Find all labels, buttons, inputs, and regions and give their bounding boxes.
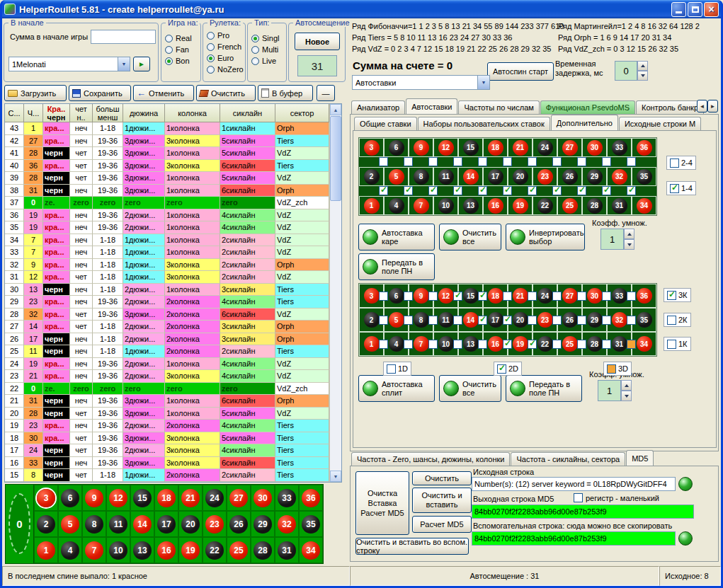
transfer-split-button[interactable]: Передать в поле ПН xyxy=(506,375,582,402)
layout-number-11[interactable]: 11 xyxy=(106,511,130,537)
tab-частота-сиклайны-сектора[interactable]: Частота - сиклайны, сектора xyxy=(511,452,625,466)
tab-общие-ставки[interactable]: Общие ставки xyxy=(354,117,417,130)
layout-number-14[interactable]: 14 xyxy=(130,511,154,537)
layout-number-17[interactable]: 17 xyxy=(154,511,178,537)
tab-наборы-пользовательских-ставок[interactable]: Наборы пользовательских ставок xyxy=(418,117,550,130)
split-checkbox[interactable] xyxy=(428,340,438,349)
layout-number-18[interactable]: 18 xyxy=(154,485,178,511)
checkbox-1к[interactable]: 1К xyxy=(664,337,691,351)
corner-checkbox[interactable] xyxy=(404,186,413,195)
tab-контроль-банкр[interactable]: Контроль банкр xyxy=(636,100,704,114)
clear-all-corner-button[interactable]: Очистить все xyxy=(439,224,501,250)
minimize-button[interactable] xyxy=(671,2,686,17)
column-header[interactable]: дюжина xyxy=(123,104,165,122)
split-checkbox[interactable] xyxy=(503,340,512,349)
layout-number-28[interactable]: 28 xyxy=(251,537,275,563)
radio-euro[interactable]: Euro xyxy=(207,53,245,63)
split-checkbox[interactable] xyxy=(379,340,388,349)
layout-number-6[interactable]: 6 xyxy=(58,485,82,511)
corner-checkbox[interactable] xyxy=(453,157,462,166)
bet-number-1[interactable]: 1 xyxy=(364,336,380,352)
tab-частота-zero-шансы-дюжины-колонки[interactable]: Частота - Zero, шансы, дюжины, колонки xyxy=(351,452,510,466)
table-row[interactable]: 3519кра...неч19-362дюжи...1колонка4сикла… xyxy=(5,221,329,234)
split-checkbox[interactable] xyxy=(453,340,462,349)
corner-checkbox[interactable] xyxy=(428,186,438,195)
bet-number-32[interactable]: 32 xyxy=(612,312,627,328)
radio-nozero[interactable]: NoZero xyxy=(207,64,245,74)
layout-number-25[interactable]: 25 xyxy=(227,537,251,563)
bet-number-24[interactable]: 24 xyxy=(537,140,553,156)
bet-number-16[interactable]: 16 xyxy=(488,198,503,214)
column-header[interactable]: Кра..черн xyxy=(43,104,70,122)
split-checkbox[interactable] xyxy=(478,340,487,349)
bet-number-20[interactable]: 20 xyxy=(513,169,528,185)
bet-number-1[interactable]: 1 xyxy=(364,198,380,214)
tab-функционал-psevdoms[interactable]: Функционал PsevdoMS xyxy=(540,100,635,114)
radio-pro[interactable]: Pro xyxy=(207,30,245,40)
table-row[interactable]: 1633черннеч19-363дюжи...3колонка6сиклайн… xyxy=(5,457,329,470)
layout-number-36[interactable]: 36 xyxy=(299,485,323,511)
corner-checkbox[interactable] xyxy=(503,186,512,195)
column-header[interactable]: С... xyxy=(5,104,24,122)
bet-number-17[interactable]: 17 xyxy=(488,312,503,328)
table-row[interactable]: 2028чернчет19-363дюжи...1колонка5сиклайн… xyxy=(5,408,329,420)
tab-анализатор[interactable]: Анализатор xyxy=(351,100,405,114)
table-row[interactable]: 337кра...неч1-181дюжи...1колонка2сиклайн… xyxy=(5,246,329,259)
radio-singl[interactable]: Singl xyxy=(251,33,286,43)
split-checkbox[interactable] xyxy=(428,292,438,301)
tab-дополнительно[interactable]: Дополнительно xyxy=(551,115,618,130)
split-checkbox[interactable] xyxy=(577,316,586,325)
table-row[interactable]: 3619кра...неч19-362дюжи...1колонка4сикла… xyxy=(5,209,329,222)
checkbox-3d[interactable]: 3D xyxy=(603,362,632,376)
layout-number-35[interactable]: 35 xyxy=(299,511,323,537)
bet-number-34[interactable]: 34 xyxy=(637,336,652,352)
bet-number-30[interactable]: 30 xyxy=(587,288,603,304)
bet-number-32[interactable]: 32 xyxy=(612,169,627,185)
radio-fan[interactable]: Fan xyxy=(165,45,200,54)
checkbox-2d[interactable]: 2D xyxy=(494,362,522,376)
table-row[interactable]: 4128чернчет19-363дюжи...1колонка5сиклайн… xyxy=(5,147,329,160)
table-row[interactable]: 2419кра...неч19-362дюжи...1колонка4сикла… xyxy=(5,358,329,371)
layout-number-23[interactable]: 23 xyxy=(203,511,227,537)
spin-down-icon[interactable] xyxy=(637,71,648,81)
spin-up-icon[interactable] xyxy=(637,61,648,71)
bet-number-11[interactable]: 11 xyxy=(438,169,454,185)
column-header[interactable]: большменш xyxy=(93,104,123,122)
bet-number-4[interactable]: 4 xyxy=(389,198,404,214)
bet-number-26[interactable]: 26 xyxy=(562,169,578,185)
bet-number-19[interactable]: 19 xyxy=(513,336,528,352)
bet-number-25[interactable]: 25 xyxy=(562,198,578,214)
corner-checkbox[interactable] xyxy=(602,157,611,166)
checkbox-3к[interactable]: 3К xyxy=(664,288,691,302)
corner-checkbox[interactable] xyxy=(602,186,611,195)
radio-bon[interactable]: Bon xyxy=(165,56,200,66)
table-row[interactable]: 3013черннеч1-182дюжи...1колонка3сиклайнT… xyxy=(5,284,329,296)
bet-number-9[interactable]: 9 xyxy=(414,140,429,156)
table-row[interactable]: 2714кра...чет1-182дюжи...2колонка3сиклай… xyxy=(5,321,329,333)
tab-right-icon[interactable]: ► xyxy=(707,100,718,113)
split-checkbox[interactable] xyxy=(552,292,562,301)
preset-combo[interactable]: 1Melonati ▼ xyxy=(8,57,130,71)
chevron-down-icon[interactable]: ▼ xyxy=(477,76,489,89)
tab-left-icon[interactable]: ◄ xyxy=(697,100,707,113)
split-checkbox[interactable] xyxy=(552,316,562,325)
tab-исходные-строки-м[interactable]: Исходные строки М xyxy=(619,117,701,130)
layout-number-22[interactable]: 22 xyxy=(203,537,227,563)
bet-number-3[interactable]: 3 xyxy=(364,140,380,156)
layout-number-7[interactable]: 7 xyxy=(82,537,106,563)
layout-number-20[interactable]: 20 xyxy=(178,511,203,537)
corner-checkbox[interactable] xyxy=(478,157,487,166)
scrollbar[interactable]: ▲ ▼ xyxy=(329,104,341,482)
bet-number-35[interactable]: 35 xyxy=(637,312,652,328)
layout-number-13[interactable]: 13 xyxy=(130,537,154,563)
split-checkbox[interactable] xyxy=(577,292,586,301)
bet-number-29[interactable]: 29 xyxy=(587,312,603,328)
column-header[interactable]: колонка xyxy=(165,104,220,122)
layout-number-21[interactable]: 21 xyxy=(178,485,203,511)
bet-number-2[interactable]: 2 xyxy=(364,169,380,185)
bet-number-33[interactable]: 33 xyxy=(612,288,627,304)
spin-up-icon[interactable] xyxy=(621,380,632,391)
register-checkbox[interactable]: регистр - маленький xyxy=(574,493,659,502)
table-row[interactable]: 2511черннеч1-181дюжи...2колонка2сиклайнT… xyxy=(5,345,329,358)
table-row[interactable]: 3112кра...чет1-181дюжи...3колонка2сиклай… xyxy=(5,271,329,284)
